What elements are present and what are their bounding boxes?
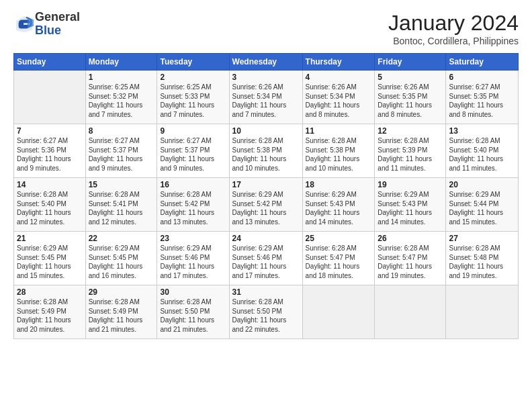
calendar-cell: 13Sunrise: 6:28 AMSunset: 5:40 PMDayligh… xyxy=(446,124,519,178)
day-number: 6 xyxy=(449,73,515,82)
day-info: Sunrise: 6:27 AMSunset: 5:37 PMDaylight:… xyxy=(89,136,154,173)
day-number: 31 xyxy=(232,287,300,297)
day-info: Sunrise: 6:28 AMSunset: 5:47 PMDaylight:… xyxy=(378,244,443,280)
day-number: 21 xyxy=(17,234,83,243)
weekday-header-friday: Friday xyxy=(375,54,446,71)
calendar-cell: 30Sunrise: 6:28 AMSunset: 5:50 PMDayligh… xyxy=(157,285,229,339)
day-number: 27 xyxy=(449,234,515,243)
day-number: 1 xyxy=(89,73,154,82)
calendar-cell xyxy=(375,285,446,339)
calendar-cell: 3Sunrise: 6:26 AMSunset: 5:34 PMDaylight… xyxy=(229,71,302,124)
day-info: Sunrise: 6:28 AMSunset: 5:47 PMDaylight:… xyxy=(306,244,372,280)
calendar-cell: 27Sunrise: 6:28 AMSunset: 5:48 PMDayligh… xyxy=(446,232,519,285)
day-number: 29 xyxy=(89,287,154,297)
day-info: Sunrise: 6:29 AMSunset: 5:43 PMDaylight:… xyxy=(306,190,372,226)
calendar-cell xyxy=(302,285,375,339)
day-number: 8 xyxy=(89,126,154,136)
day-number: 9 xyxy=(160,126,226,136)
day-number: 3 xyxy=(232,73,300,82)
calendar-cell: 7Sunrise: 6:27 AMSunset: 5:36 PMDaylight… xyxy=(14,124,86,178)
weekday-header-thursday: Thursday xyxy=(302,54,375,71)
calendar-table: SundayMondayTuesdayWednesdayThursdayFrid… xyxy=(13,53,519,339)
title-area: January 2024 Bontoc, Cordillera, Philipp… xyxy=(388,11,519,46)
day-info: Sunrise: 6:29 AMSunset: 5:46 PMDaylight:… xyxy=(232,244,300,280)
calendar-cell xyxy=(14,71,86,124)
weekday-header-tuesday: Tuesday xyxy=(157,54,229,71)
calendar-cell: 9Sunrise: 6:27 AMSunset: 5:37 PMDaylight… xyxy=(157,124,229,178)
calendar-cell: 5Sunrise: 6:26 AMSunset: 5:35 PMDaylight… xyxy=(375,71,446,124)
calendar-cell: 12Sunrise: 6:28 AMSunset: 5:39 PMDayligh… xyxy=(375,124,446,178)
day-info: Sunrise: 6:28 AMSunset: 5:48 PMDaylight:… xyxy=(449,244,515,280)
calendar-cell: 8Sunrise: 6:27 AMSunset: 5:37 PMDaylight… xyxy=(85,124,157,178)
day-info: Sunrise: 6:29 AMSunset: 5:43 PMDaylight:… xyxy=(378,190,443,226)
calendar-cell: 26Sunrise: 6:28 AMSunset: 5:47 PMDayligh… xyxy=(375,232,446,285)
logo: General Blue xyxy=(13,11,80,38)
calendar-cell: 6Sunrise: 6:27 AMSunset: 5:35 PMDaylight… xyxy=(446,71,519,124)
day-number: 2 xyxy=(160,73,226,82)
day-number: 5 xyxy=(378,73,443,82)
day-info: Sunrise: 6:26 AMSunset: 5:34 PMDaylight:… xyxy=(232,83,300,119)
calendar-cell: 16Sunrise: 6:28 AMSunset: 5:42 PMDayligh… xyxy=(157,178,229,232)
month-title: January 2024 xyxy=(388,11,519,36)
day-info: Sunrise: 6:28 AMSunset: 5:50 PMDaylight:… xyxy=(160,298,226,334)
day-number: 18 xyxy=(306,180,372,189)
day-info: Sunrise: 6:25 AMSunset: 5:32 PMDaylight:… xyxy=(89,83,154,119)
day-info: Sunrise: 6:29 AMSunset: 5:45 PMDaylight:… xyxy=(89,244,154,280)
day-info: Sunrise: 6:29 AMSunset: 5:42 PMDaylight:… xyxy=(232,190,300,226)
day-info: Sunrise: 6:27 AMSunset: 5:35 PMDaylight:… xyxy=(449,83,515,119)
day-number: 14 xyxy=(17,180,83,189)
location: Bontoc, Cordillera, Philippines xyxy=(388,36,519,46)
day-number: 23 xyxy=(160,234,226,243)
calendar-cell: 31Sunrise: 6:28 AMSunset: 5:50 PMDayligh… xyxy=(229,285,302,339)
calendar-cell: 2Sunrise: 6:25 AMSunset: 5:33 PMDaylight… xyxy=(157,71,229,124)
day-info: Sunrise: 6:28 AMSunset: 5:40 PMDaylight:… xyxy=(449,136,515,173)
calendar-cell: 20Sunrise: 6:29 AMSunset: 5:44 PMDayligh… xyxy=(446,178,519,232)
day-number: 19 xyxy=(378,180,443,189)
day-info: Sunrise: 6:29 AMSunset: 5:46 PMDaylight:… xyxy=(160,244,226,280)
day-number: 15 xyxy=(89,180,154,189)
logo-text: General Blue xyxy=(35,11,80,38)
day-number: 12 xyxy=(378,126,443,136)
day-info: Sunrise: 6:28 AMSunset: 5:42 PMDaylight:… xyxy=(160,190,226,226)
calendar-cell: 15Sunrise: 6:28 AMSunset: 5:41 PMDayligh… xyxy=(85,178,157,232)
day-number: 22 xyxy=(89,234,154,243)
day-info: Sunrise: 6:25 AMSunset: 5:33 PMDaylight:… xyxy=(160,83,226,119)
logo-blue-text: Blue xyxy=(35,24,80,38)
logo-general-text: General xyxy=(35,11,80,24)
calendar-cell: 22Sunrise: 6:29 AMSunset: 5:45 PMDayligh… xyxy=(85,232,157,285)
day-number: 30 xyxy=(160,287,226,297)
day-number: 24 xyxy=(232,234,300,243)
calendar-cell: 4Sunrise: 6:26 AMSunset: 5:34 PMDaylight… xyxy=(302,71,375,124)
day-info: Sunrise: 6:29 AMSunset: 5:45 PMDaylight:… xyxy=(17,244,83,280)
day-number: 10 xyxy=(232,126,300,136)
calendar-cell: 14Sunrise: 6:28 AMSunset: 5:40 PMDayligh… xyxy=(14,178,86,232)
day-info: Sunrise: 6:28 AMSunset: 5:38 PMDaylight:… xyxy=(306,136,372,173)
day-number: 25 xyxy=(306,234,372,243)
calendar-cell: 21Sunrise: 6:29 AMSunset: 5:45 PMDayligh… xyxy=(14,232,86,285)
day-info: Sunrise: 6:28 AMSunset: 5:40 PMDaylight:… xyxy=(17,190,83,226)
day-info: Sunrise: 6:28 AMSunset: 5:49 PMDaylight:… xyxy=(89,298,154,334)
day-number: 7 xyxy=(17,126,83,136)
day-info: Sunrise: 6:26 AMSunset: 5:34 PMDaylight:… xyxy=(306,83,372,119)
weekday-header-sunday: Sunday xyxy=(14,54,86,71)
day-info: Sunrise: 6:28 AMSunset: 5:49 PMDaylight:… xyxy=(17,298,83,334)
weekday-header-wednesday: Wednesday xyxy=(229,54,302,71)
calendar-cell: 28Sunrise: 6:28 AMSunset: 5:49 PMDayligh… xyxy=(14,285,86,339)
day-number: 26 xyxy=(378,234,443,243)
calendar-cell: 23Sunrise: 6:29 AMSunset: 5:46 PMDayligh… xyxy=(157,232,229,285)
calendar-cell: 18Sunrise: 6:29 AMSunset: 5:43 PMDayligh… xyxy=(302,178,375,232)
weekday-header-saturday: Saturday xyxy=(446,54,519,71)
calendar-cell: 19Sunrise: 6:29 AMSunset: 5:43 PMDayligh… xyxy=(375,178,446,232)
calendar-cell: 11Sunrise: 6:28 AMSunset: 5:38 PMDayligh… xyxy=(302,124,375,178)
day-number: 16 xyxy=(160,180,226,189)
day-number: 20 xyxy=(449,180,515,189)
day-info: Sunrise: 6:28 AMSunset: 5:38 PMDaylight:… xyxy=(232,136,300,173)
day-number: 4 xyxy=(306,73,372,82)
calendar-cell: 1Sunrise: 6:25 AMSunset: 5:32 PMDaylight… xyxy=(85,71,157,124)
header: General Blue January 2024 Bontoc, Cordil… xyxy=(13,11,519,46)
calendar-cell xyxy=(446,285,519,339)
day-number: 13 xyxy=(449,126,515,136)
calendar-cell: 10Sunrise: 6:28 AMSunset: 5:38 PMDayligh… xyxy=(229,124,302,178)
weekday-header-monday: Monday xyxy=(85,54,157,71)
day-info: Sunrise: 6:28 AMSunset: 5:39 PMDaylight:… xyxy=(378,136,443,173)
